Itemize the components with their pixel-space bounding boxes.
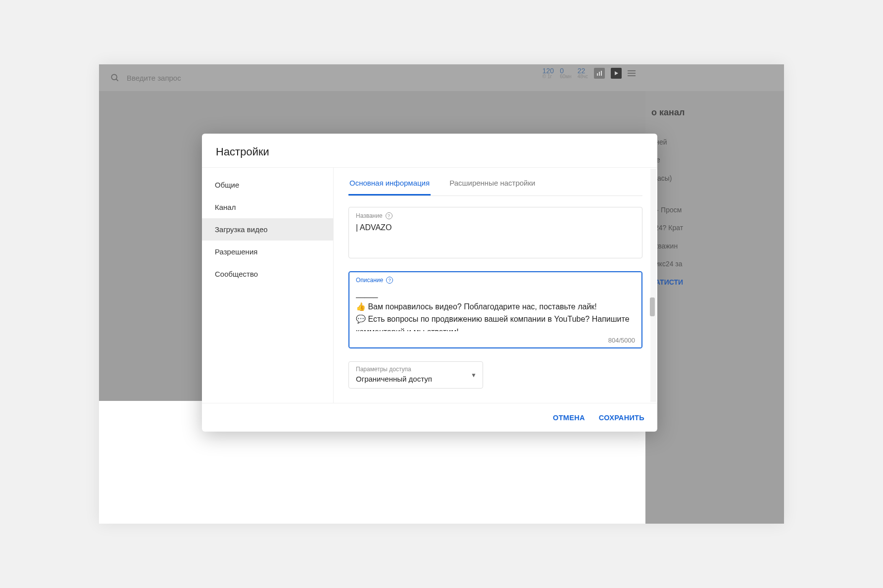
backdrop-stats: 120© 1г 060мн 2248чс xyxy=(542,67,636,79)
tab-advanced[interactable]: Расширенные настройки xyxy=(448,179,536,196)
chevron-down-icon: ▼ xyxy=(471,372,477,379)
sidebar-item-community[interactable]: Сообщество xyxy=(202,263,333,285)
title-field[interactable]: Название ? | ADVAZO xyxy=(348,207,642,258)
svg-rect-3 xyxy=(599,72,600,76)
search-icon xyxy=(110,73,120,83)
access-select[interactable]: Параметры доступа Ограниченный доступ ▼ xyxy=(348,361,483,389)
svg-point-0 xyxy=(111,74,117,80)
backdrop-right-panel: о канал дней ые (часы) в · Просм с24? Кр… xyxy=(645,91,784,524)
svg-rect-4 xyxy=(601,71,602,76)
tab-basic[interactable]: Основная информация xyxy=(348,179,431,196)
cancel-button[interactable]: ОТМЕНА xyxy=(553,414,585,422)
access-value: Ограниченный доступ xyxy=(356,375,476,383)
svg-line-1 xyxy=(116,79,118,81)
help-icon[interactable]: ? xyxy=(386,212,392,219)
search-placeholder: Введите запрос xyxy=(127,74,181,82)
description-textarea[interactable] xyxy=(356,288,635,331)
dialog-title: Настройки xyxy=(202,134,657,161)
help-icon[interactable]: ? xyxy=(386,277,393,284)
chart-icon xyxy=(594,68,605,79)
sidebar-item-upload[interactable]: Загрузка видео xyxy=(202,218,333,241)
svg-rect-2 xyxy=(597,73,598,76)
access-label: Параметры доступа xyxy=(356,366,476,373)
dialog-footer: ОТМЕНА СОХРАНИТЬ xyxy=(202,403,657,432)
backdrop-topbar: Введите запрос xyxy=(99,64,784,91)
description-char-count: 804/5000 xyxy=(608,337,635,344)
dialog-sidebar: Общие Канал Загрузка видео Разрешения Со… xyxy=(202,168,334,403)
svg-marker-5 xyxy=(615,71,618,75)
sidebar-item-channel[interactable]: Канал xyxy=(202,196,333,218)
title-value[interactable]: | ADVAZO xyxy=(356,223,635,235)
main-scrollbar[interactable] xyxy=(650,169,656,402)
play-icon xyxy=(611,68,622,79)
dialog-main: Основная информация Расширенные настройк… xyxy=(334,168,657,403)
menu-lines-icon xyxy=(628,70,636,76)
sidebar-item-permissions[interactable]: Разрешения xyxy=(202,241,333,263)
title-label: Название xyxy=(356,212,383,219)
save-button[interactable]: СОХРАНИТЬ xyxy=(599,414,644,422)
description-field[interactable]: Описание ? 804/5000 xyxy=(348,271,642,348)
settings-dialog: Настройки Общие Канал Загрузка видео Раз… xyxy=(202,134,657,432)
description-label: Описание xyxy=(356,277,383,284)
sidebar-item-general[interactable]: Общие xyxy=(202,174,333,196)
